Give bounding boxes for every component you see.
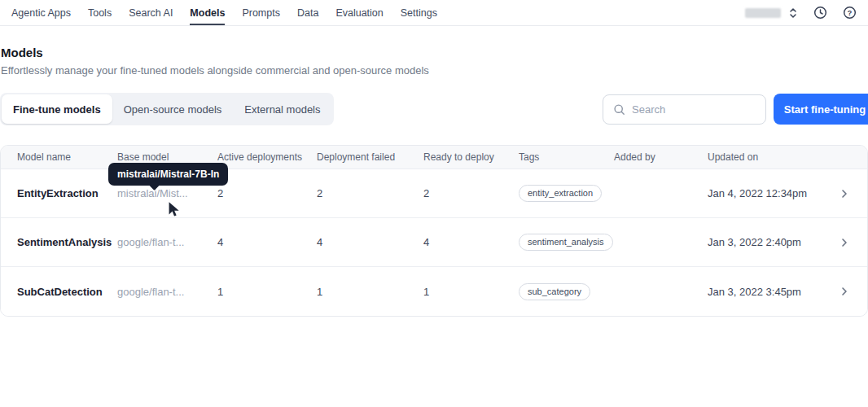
- column-header-added-by: Added by: [614, 151, 708, 163]
- deployment-failed-cell: 1: [317, 286, 423, 298]
- models-page: { "nav": { "items": [ { "label": "Agenti…: [0, 0, 868, 407]
- deployment-failed-cell: 4: [317, 236, 423, 248]
- column-header-updated-on: Updated on: [708, 151, 838, 163]
- search-input[interactable]: [632, 103, 775, 116]
- column-header-ready-to-deploy: Ready to deploy: [423, 151, 519, 163]
- tab-open-source-models[interactable]: Open-source models: [112, 94, 234, 124]
- top-navigation: Agentic Apps Tools Search AI Models Prom…: [0, 0, 868, 26]
- ready-to-deploy-cell: 2: [423, 187, 519, 199]
- base-model-cell[interactable]: google/flan-t...: [117, 286, 217, 298]
- start-fine-tuning-button[interactable]: Start fine-tuning: [774, 94, 868, 125]
- nav-item-tools[interactable]: Tools: [88, 0, 112, 25]
- updated-on-cell: Jan 4, 2022 12:34pm: [708, 187, 838, 199]
- active-deployments-cell: 1: [217, 286, 317, 298]
- nav-item-evaluation[interactable]: Evaluation: [335, 0, 383, 25]
- model-type-tabs: Fine-tune models Open-source models Exte…: [0, 93, 334, 125]
- nav-right-cluster: ?: [745, 0, 857, 25]
- ready-to-deploy-cell: 1: [423, 286, 519, 298]
- clock-icon[interactable]: [813, 6, 827, 20]
- deployment-failed-cell: 2: [317, 187, 423, 199]
- column-header-model-name: Model name: [17, 151, 117, 163]
- column-header-tags: Tags: [519, 151, 614, 163]
- model-name-cell: EntityExtraction: [17, 187, 117, 199]
- workspace-name-redacted: [745, 8, 781, 18]
- search-box[interactable]: [603, 94, 766, 125]
- tags-cell: sentiment_analysis: [519, 234, 614, 251]
- svg-text:?: ?: [848, 9, 853, 17]
- table-row[interactable]: SubCatDetection google/flan-t... 1 1 1 s…: [1, 267, 867, 316]
- base-model-cell[interactable]: google/flan-t...: [117, 236, 217, 248]
- magnifier-icon: [613, 103, 625, 116]
- tab-fine-tune-models[interactable]: Fine-tune models: [2, 94, 112, 124]
- model-name-cell: SentimentAnalysis: [17, 236, 117, 248]
- column-header-active-deployments: Active deployments: [217, 151, 317, 163]
- page-subtitle: Effortlessly manage your fine-tuned mode…: [1, 64, 429, 77]
- tags-cell: entity_extraction: [519, 185, 614, 202]
- nav-item-agentic-apps[interactable]: Agentic Apps: [11, 0, 71, 25]
- tag-badge: sub_category: [519, 283, 590, 300]
- column-header-base-model: Base model: [117, 151, 217, 163]
- tags-cell: sub_category: [519, 283, 614, 300]
- model-name-cell: SubCatDetection: [17, 286, 117, 298]
- nav-item-search-ai[interactable]: Search AI: [129, 0, 173, 25]
- tag-badge: sentiment_analysis: [519, 234, 613, 251]
- chevron-right-icon[interactable]: [838, 285, 867, 298]
- tag-badge: entity_extraction: [519, 185, 602, 202]
- tab-external-models[interactable]: External models: [233, 94, 331, 124]
- column-header-deployment-failed: Deployment failed: [317, 151, 423, 163]
- active-deployments-cell: 4: [217, 236, 317, 248]
- chevron-up-down-icon: [788, 7, 798, 19]
- updated-on-cell: Jan 3, 2022 3:45pm: [708, 286, 838, 298]
- page-title: Models: [1, 46, 43, 59]
- ready-to-deploy-cell: 4: [423, 236, 519, 248]
- question-mark-icon[interactable]: ?: [843, 6, 857, 20]
- nav-item-models[interactable]: Models: [190, 0, 225, 25]
- base-model-tooltip: mistralai/Mistral-7B-In: [108, 163, 228, 186]
- chevron-right-icon[interactable]: [838, 236, 867, 249]
- chevron-right-icon[interactable]: [838, 187, 867, 200]
- nav-item-settings[interactable]: Settings: [401, 0, 437, 25]
- updated-on-cell: Jan 3, 2022 2:40pm: [708, 236, 838, 248]
- mouse-cursor-icon: [165, 200, 183, 221]
- active-deployments-cell: 2: [217, 187, 317, 199]
- base-model-cell[interactable]: mistralai/Mist...: [117, 187, 217, 199]
- table-row[interactable]: SentimentAnalysis google/flan-t... 4 4 4…: [1, 218, 867, 267]
- workspace-selector[interactable]: [745, 7, 798, 19]
- nav-item-data[interactable]: Data: [297, 0, 318, 25]
- nav-item-prompts[interactable]: Prompts: [242, 0, 280, 25]
